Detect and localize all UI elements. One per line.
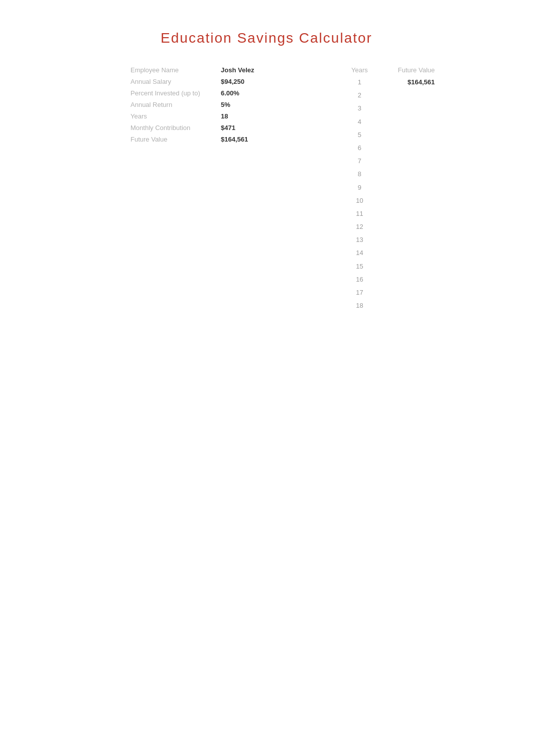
future-value-year1: $164,561	[398, 78, 435, 87]
page-title: Education Savings Calculator	[20, 30, 513, 46]
year-13: 13	[351, 235, 368, 244]
employee-name-row: Employee Name Josh Velez	[130, 66, 321, 74]
future-value-row: Future Value $164,561	[130, 136, 321, 143]
future-value-label: Future Value	[130, 136, 221, 143]
percent-invested-label: Percent Invested (up to)	[130, 89, 221, 97]
year-1: 1	[351, 78, 368, 87]
years-label: Years	[130, 112, 221, 120]
year-8: 8	[351, 170, 368, 179]
annual-return-value: 5%	[221, 101, 271, 108]
monthly-contribution-label: Monthly Contribution	[130, 124, 221, 132]
right-panel: Years 1 2 3 4 5 6 7 8 9 10 11 12 13 14 1…	[321, 66, 435, 314]
year-15: 15	[351, 262, 368, 271]
future-value-column: Future Value $164,561	[398, 66, 435, 314]
year-16: 16	[351, 275, 368, 284]
year-18: 18	[351, 301, 368, 310]
year-7: 7	[351, 157, 368, 166]
year-12: 12	[351, 222, 368, 231]
year-14: 14	[351, 248, 368, 258]
year-17: 17	[351, 288, 368, 297]
percent-invested-row: Percent Invested (up to) 6.00%	[130, 89, 321, 97]
year-2: 2	[351, 91, 368, 100]
years-column: Years 1 2 3 4 5 6 7 8 9 10 11 12 13 14 1…	[351, 66, 368, 314]
annual-salary-row: Annual Salary $94,250	[130, 78, 321, 85]
years-row: Years 18	[130, 112, 321, 120]
annual-salary-label: Annual Salary	[130, 78, 221, 85]
percent-invested-value: 6.00%	[221, 89, 271, 97]
future-value-value: $164,561	[221, 136, 271, 143]
annual-return-row: Annual Return 5%	[130, 101, 321, 108]
year-10: 10	[351, 196, 368, 205]
annual-salary-value: $94,250	[221, 78, 271, 85]
monthly-contribution-value: $471	[221, 124, 271, 132]
employee-name-value: Josh Velez	[221, 66, 271, 74]
monthly-contribution-row: Monthly Contribution $471	[130, 124, 321, 132]
year-3: 3	[351, 104, 368, 113]
years-value: 18	[221, 112, 271, 120]
year-4: 4	[351, 117, 368, 127]
year-9: 9	[351, 183, 368, 192]
annual-return-label: Annual Return	[130, 101, 221, 108]
employee-name-label: Employee Name	[130, 66, 221, 74]
future-value-column-header: Future Value	[398, 66, 435, 74]
main-content: Employee Name Josh Velez Annual Salary $…	[20, 66, 513, 314]
years-column-header: Years	[351, 66, 368, 74]
left-panel: Employee Name Josh Velez Annual Salary $…	[130, 66, 321, 314]
year-5: 5	[351, 131, 368, 140]
year-6: 6	[351, 144, 368, 153]
year-11: 11	[351, 209, 368, 218]
